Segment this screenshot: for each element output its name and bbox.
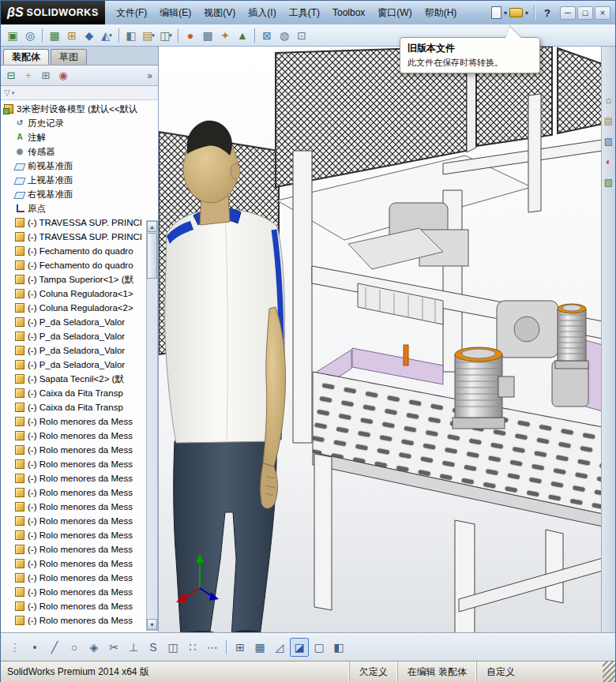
perpendicular-icon[interactable]: ⊥ xyxy=(124,638,143,657)
trim-entities-icon[interactable]: ✂ xyxy=(104,638,123,657)
insert-components-icon[interactable]: ▣ xyxy=(4,27,21,44)
appearances-icon[interactable]: ◐ xyxy=(603,156,615,168)
motor-2[interactable] xyxy=(555,304,588,369)
propertymanager-icon[interactable]: + xyxy=(21,68,36,84)
design-library-icon[interactable]: ▤ xyxy=(603,114,615,127)
displaymanager-icon[interactable]: ◉ xyxy=(55,68,71,84)
exploded-view-icon[interactable]: ✦ xyxy=(216,27,234,44)
home-icon[interactable]: ⌂ xyxy=(603,94,615,107)
tree-scrollbar[interactable]: ▲ ▼ xyxy=(146,220,158,631)
tree-item[interactable]: (-) P_da Seladora_Valor xyxy=(1,329,158,343)
menu-toolbox[interactable]: Toolbox xyxy=(326,1,371,24)
mesh-fence-corner[interactable] xyxy=(558,48,603,133)
custom-properties-icon[interactable]: ▧ xyxy=(603,176,615,189)
tree-item[interactable]: (-) Sapata Tecnil<2> (默 xyxy=(1,372,158,386)
filter-funnel-icon[interactable]: ▽ xyxy=(4,88,10,97)
maximize-button[interactable]: □ xyxy=(577,6,593,20)
polygon-icon[interactable]: ◈ xyxy=(85,638,103,657)
menu-window[interactable]: 窗口(W) xyxy=(371,1,418,24)
circle-icon[interactable]: ○ xyxy=(65,638,84,657)
tree-item[interactable]: (-) Rolo menores da Mess xyxy=(1,599,158,613)
tree-item[interactable]: (-) Rolo menores da Mess xyxy=(1,542,158,556)
tree-item[interactable]: (-) Fechamento do quadro xyxy=(1,244,158,258)
tree-item[interactable]: (-) P_da Seladora_Valor xyxy=(1,343,158,358)
menu-edit[interactable]: 编辑(E) xyxy=(153,1,197,24)
tree-item[interactable]: (-) Rolo menores da Mess xyxy=(1,429,158,443)
tree-item[interactable]: (-) Rolo menores da Mess xyxy=(1,485,158,500)
interference-detection-icon[interactable]: ⊠ xyxy=(258,27,276,44)
point-icon[interactable]: • xyxy=(25,638,44,657)
tree-item[interactable]: (-) Rolo menores da Mess xyxy=(1,443,158,457)
tree-item[interactable]: 原点 xyxy=(1,201,158,215)
tree-item[interactable]: (-) Caixa da Fita Transp xyxy=(1,386,158,400)
tree-item[interactable]: (-) Rolo menores da Mess xyxy=(1,500,158,514)
filter-caret-icon[interactable]: ▾ xyxy=(12,90,15,96)
measure-icon[interactable]: ◍ xyxy=(276,27,293,44)
bill-of-materials-icon[interactable]: ▩ xyxy=(199,27,216,44)
scroll-up-arrow[interactable]: ▲ xyxy=(147,221,157,232)
mirror-entities-icon[interactable]: ◫ xyxy=(163,638,182,657)
tree-item[interactable]: (-) Caixa da Fita Transp xyxy=(1,400,158,414)
close-button[interactable]: × xyxy=(595,6,610,20)
new-motion-study-icon[interactable]: ● xyxy=(182,27,199,44)
toolbar-grip-icon[interactable]: ⋮ xyxy=(6,638,24,657)
tree-item[interactable]: (-) P_da Seladora_Valor xyxy=(1,358,158,372)
section-view-icon[interactable]: ◧ xyxy=(329,638,348,657)
new-document-icon[interactable] xyxy=(491,6,501,19)
show-hidden-components-icon[interactable]: ◧ xyxy=(122,27,140,44)
tree-item[interactable]: (-) P_da Seladora_Valor xyxy=(1,315,158,329)
help-icon[interactable]: ? xyxy=(540,7,554,19)
mass-properties-icon[interactable]: ⊡ xyxy=(293,27,310,44)
tree-item[interactable]: ◉传感器 xyxy=(1,144,158,159)
linear-sketch-pattern-icon[interactable]: ∷ xyxy=(183,638,202,657)
tree-item[interactable]: 上视基准面 xyxy=(1,173,158,187)
tree-item[interactable]: 3米密封设备模型 (默认<<默认 xyxy=(1,102,158,116)
tree-item[interactable]: 前视基准面 xyxy=(1,159,158,173)
tree-item[interactable]: (-) Coluna Reguladora<2> xyxy=(1,301,158,315)
open-document-caret[interactable]: ▾ xyxy=(525,9,528,17)
spline-icon[interactable]: S xyxy=(144,638,163,657)
zoom-fit-icon[interactable]: ⊞ xyxy=(231,638,250,657)
move-component-icon[interactable]: ◆ xyxy=(81,27,98,44)
menu-view[interactable]: 视图(V) xyxy=(197,1,242,24)
scroll-thumb[interactable] xyxy=(147,233,157,279)
rotate-component-icon[interactable]: ◭▾ xyxy=(98,27,115,44)
tab-sketch[interactable]: 草图 xyxy=(51,49,87,65)
graphics-viewport[interactable] xyxy=(159,47,603,632)
tree-item[interactable]: (-) Tampa Superior<1> (默 xyxy=(1,272,158,287)
minimize-button[interactable]: ─ xyxy=(560,6,576,20)
tree-item[interactable]: (-) Rolo menores da Mess xyxy=(1,457,158,471)
file-explorer-icon[interactable]: ▨ xyxy=(603,135,615,148)
assembly-features-icon[interactable]: ▤▾ xyxy=(140,27,157,44)
menu-tools[interactable]: 工具(T) xyxy=(283,1,326,24)
more-tools-icon[interactable]: ⋯ xyxy=(203,638,222,657)
menu-help[interactable]: 帮助(H) xyxy=(419,1,464,24)
line-icon[interactable]: ╱ xyxy=(45,638,64,657)
tree-item[interactable]: ↺历史记录 xyxy=(1,116,158,130)
tree-item[interactable]: (-) Rolo menores da Mess xyxy=(1,613,158,628)
panel-expand-chevron-icon[interactable]: » xyxy=(144,70,156,81)
reference-geometry-icon[interactable]: ◫▾ xyxy=(157,27,175,44)
resize-grip[interactable] xyxy=(603,661,615,682)
grid-icon[interactable]: ▦ xyxy=(250,638,269,657)
tree-item[interactable]: 右视基准面 xyxy=(1,187,158,201)
menu-insert[interactable]: 插入(I) xyxy=(242,1,282,24)
tree-item[interactable]: (-) Coluna Reguladora<1> xyxy=(1,287,158,301)
tree-item[interactable]: (-) Fechamento do quadro xyxy=(1,258,158,272)
ruler-icon[interactable]: ◿ xyxy=(270,638,289,657)
smart-fasteners-icon[interactable]: ⊞ xyxy=(63,27,81,44)
tree-item[interactable]: A注解 xyxy=(1,130,158,144)
tree-item[interactable]: (-) TRAVESSA SUP. PRINCI xyxy=(1,215,158,230)
open-document-icon[interactable] xyxy=(509,8,523,17)
wireframe-icon[interactable]: ▢ xyxy=(310,638,329,657)
mate-icon[interactable]: ◎ xyxy=(21,27,39,44)
linear-component-pattern-icon[interactable]: ▦ xyxy=(46,27,63,44)
tree-item[interactable]: (-) Rolo menores da Mess xyxy=(1,571,158,585)
tab-assembly[interactable]: 装配体 xyxy=(3,49,49,65)
tree-item[interactable]: (-) Rolo menores da Mess xyxy=(1,414,158,429)
tree-item[interactable]: (-) TRAVESSA SUP. PRINCI xyxy=(1,230,158,244)
tree-item[interactable]: (-) Rolo menores da Mess xyxy=(1,514,158,528)
tree-item[interactable]: (-) Rolo menores da Mess xyxy=(1,556,158,571)
shaded-with-edges-icon[interactable]: ◪ xyxy=(290,638,309,657)
configurationmanager-icon[interactable]: ⊞ xyxy=(38,68,54,84)
